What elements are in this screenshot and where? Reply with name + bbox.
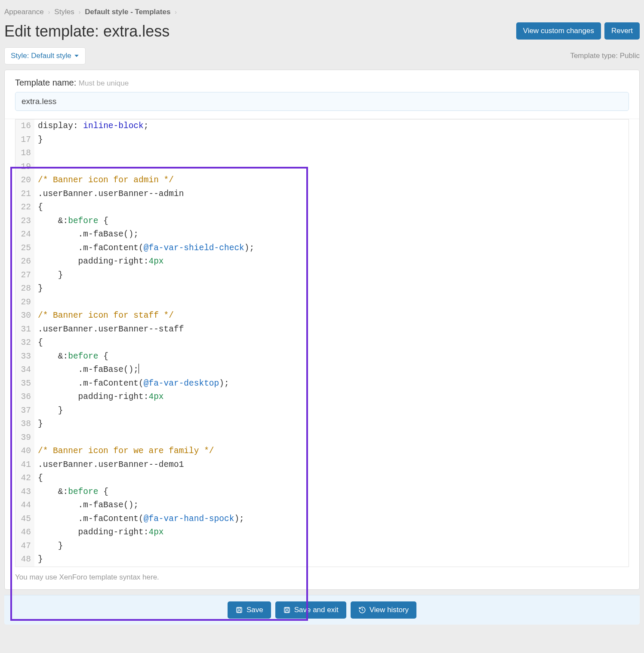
- code-line[interactable]: /* Banner icon for staff */: [38, 309, 625, 323]
- code-line[interactable]: [38, 160, 625, 174]
- code-line[interactable]: }: [38, 417, 625, 431]
- line-number: 40: [19, 445, 31, 458]
- line-number: 46: [19, 526, 31, 540]
- code-line[interactable]: }: [38, 540, 625, 553]
- template-name-input-wrap: [5, 92, 639, 119]
- template-name-input[interactable]: [15, 92, 629, 111]
- line-number: 29: [19, 296, 31, 310]
- code-line[interactable]: /* Banner icon for we are family */: [38, 445, 625, 458]
- code-line[interactable]: {: [38, 336, 625, 350]
- code-line[interactable]: .userBanner.userBanner--admin: [38, 187, 625, 201]
- line-number: 19: [19, 160, 31, 174]
- breadcrumb-item: Default style - Templates: [85, 8, 170, 16]
- breadcrumb-item[interactable]: Appearance: [4, 8, 44, 16]
- svg-rect-5: [286, 610, 288, 613]
- line-number: 44: [19, 499, 31, 512]
- code-line[interactable]: .m-faBase();: [38, 363, 625, 377]
- code-line[interactable]: {: [38, 201, 625, 215]
- breadcrumb-item[interactable]: Styles: [54, 8, 74, 16]
- code-line[interactable]: .m-faContent(@fa-var-hand-spock);: [38, 512, 625, 526]
- code-line[interactable]: [38, 431, 625, 445]
- code-line[interactable]: [38, 147, 625, 160]
- code-line[interactable]: padding-right:4px: [38, 390, 625, 404]
- page-root: Appearance›Styles›Default style - Templa…: [0, 0, 644, 625]
- line-number: 32: [19, 336, 31, 350]
- view-history-button[interactable]: View history: [351, 601, 416, 619]
- save-button[interactable]: Save: [228, 601, 271, 619]
- caret-down-icon: [74, 53, 79, 58]
- code-line[interactable]: &:before {: [38, 350, 625, 364]
- code-line[interactable]: .m-faBase();: [38, 228, 625, 242]
- svg-rect-4: [286, 607, 288, 609]
- style-selector-dropdown[interactable]: Style: Default style: [4, 47, 86, 64]
- code-line[interactable]: {: [38, 472, 625, 485]
- code-line[interactable]: .m-faContent(@fa-var-shield-check);: [38, 242, 625, 255]
- line-number: 43: [19, 485, 31, 499]
- code-line[interactable]: .userBanner.userBanner--demo1: [38, 458, 625, 472]
- template-type-label: Template type: Public: [570, 52, 640, 60]
- code-line[interactable]: .m-faContent(@fa-var-desktop);: [38, 377, 625, 391]
- save-exit-icon: [283, 606, 291, 614]
- code-line[interactable]: }: [38, 133, 625, 147]
- code-editor[interactable]: 1617181920212223242526272829303132333435…: [15, 119, 629, 567]
- page-title: Edit template: extra.less: [4, 22, 169, 40]
- line-number: 31: [19, 323, 31, 337]
- line-number: 39: [19, 431, 31, 445]
- code-lines[interactable]: display: inline-block;}/* Banner icon fo…: [34, 120, 629, 567]
- chevron-right-icon: ›: [79, 9, 81, 15]
- history-icon: [358, 606, 366, 614]
- revert-button[interactable]: Revert: [604, 22, 640, 40]
- code-line[interactable]: }: [38, 404, 625, 418]
- code-line[interactable]: /* Banner icon for admin */: [38, 174, 625, 187]
- line-number: 17: [19, 133, 31, 147]
- line-number: 45: [19, 512, 31, 526]
- code-line[interactable]: display: inline-block;: [38, 120, 625, 133]
- save-and-exit-button[interactable]: Save and exit: [275, 601, 346, 619]
- code-line[interactable]: &:before {: [38, 215, 625, 228]
- line-number: 38: [19, 417, 31, 431]
- content-box: Template name: Must be unique 1617181920…: [4, 70, 640, 590]
- template-name-row: Template name: Must be unique: [5, 78, 639, 92]
- code-line[interactable]: }: [38, 282, 625, 296]
- line-number: 16: [19, 120, 31, 133]
- header-actions: View custom changes Revert: [516, 22, 640, 40]
- header: Appearance›Styles›Default style - Templa…: [0, 0, 644, 70]
- save-icon: [235, 606, 243, 614]
- code-line[interactable]: &:before {: [38, 485, 625, 499]
- view-history-label: View history: [370, 606, 409, 614]
- save-label: Save: [247, 606, 263, 614]
- code-line[interactable]: }: [38, 553, 625, 567]
- template-name-label: Template name:: [15, 78, 76, 87]
- line-number: 36: [19, 390, 31, 404]
- svg-rect-1: [238, 607, 240, 609]
- svg-rect-3: [284, 607, 290, 613]
- breadcrumb: Appearance›Styles›Default style - Templa…: [4, 4, 640, 20]
- code-line[interactable]: .m-faBase();: [38, 499, 625, 512]
- code-line[interactable]: }: [38, 269, 625, 282]
- line-number: 35: [19, 377, 31, 391]
- line-gutter: 1617181920212223242526272829303132333435…: [15, 120, 34, 567]
- line-number: 42: [19, 472, 31, 485]
- line-number: 27: [19, 269, 31, 282]
- text-cursor: [139, 364, 139, 374]
- code-line[interactable]: .userBanner.userBanner--staff: [38, 323, 625, 337]
- line-number: 22: [19, 201, 31, 215]
- line-number: 21: [19, 187, 31, 201]
- view-custom-changes-button[interactable]: View custom changes: [516, 22, 601, 40]
- save-exit-label: Save and exit: [294, 606, 339, 614]
- svg-rect-0: [237, 607, 242, 613]
- code-line[interactable]: padding-right:4px: [38, 255, 625, 269]
- style-selector-label: Style: Default style: [11, 52, 71, 60]
- line-number: 48: [19, 553, 31, 567]
- code-line[interactable]: padding-right:4px: [38, 526, 625, 540]
- footer-bar: Save Save and exit View history: [4, 595, 640, 625]
- syntax-hint: You may use XenForo template syntax here…: [5, 567, 639, 583]
- title-row: Edit template: extra.less View custom ch…: [4, 20, 640, 46]
- sub-bar: Style: Default style Template type: Publ…: [4, 46, 640, 70]
- template-name-hint: Must be unique: [79, 79, 129, 87]
- editor-wrap: 1617181920212223242526272829303132333435…: [5, 119, 639, 583]
- code-line[interactable]: [38, 296, 625, 310]
- line-number: 23: [19, 215, 31, 228]
- svg-rect-2: [238, 610, 240, 613]
- line-number: 25: [19, 242, 31, 255]
